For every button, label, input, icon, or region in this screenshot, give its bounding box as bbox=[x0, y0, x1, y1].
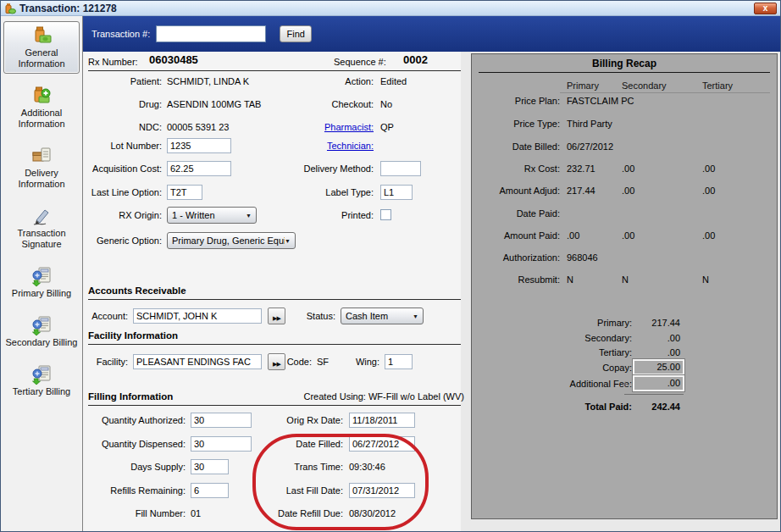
divider bbox=[88, 405, 461, 406]
additional-fee-field[interactable]: .00 bbox=[633, 375, 684, 391]
billing-row-amount-paid: Amount Paid: .00 .00 .00 bbox=[472, 228, 777, 243]
secondary-value: .00 bbox=[622, 228, 634, 243]
last-line-option-input[interactable] bbox=[167, 185, 202, 200]
acquisition-cost-row: Acquisition Cost: Delivery Method: bbox=[88, 160, 463, 177]
rx-origin-value: 1 - Written bbox=[172, 207, 215, 224]
status-value: Cash Item bbox=[346, 308, 388, 324]
action-label: Action: bbox=[283, 73, 374, 90]
lot-number-input[interactable] bbox=[167, 138, 231, 153]
last-line-option-label: Last Line Option: bbox=[88, 184, 162, 201]
refills-remaining-label: Refills Remaining: bbox=[88, 482, 186, 499]
search-bar: Transaction #: Find bbox=[83, 16, 780, 52]
generic-option-row: Generic Option: Primary Drug, Generic Eq… bbox=[88, 232, 463, 249]
quantity-dispensed-label: Quantity Dispensed: bbox=[88, 435, 186, 452]
transaction-number-input[interactable] bbox=[156, 25, 266, 42]
pharmacist-link[interactable]: Pharmacist: bbox=[283, 119, 374, 136]
primary-value: 968046 bbox=[567, 250, 598, 265]
billing-row-resubmit: Resubmit: N N N bbox=[472, 272, 777, 287]
summary-copay-row: Copay: 25.00 bbox=[472, 360, 777, 375]
transaction-window: Transaction: 121278 General Information … bbox=[0, 0, 781, 532]
primary-value: FASTCLAIM PC bbox=[567, 93, 634, 108]
created-using-text: Created Using: WF-Fill w/o Label (WV) bbox=[304, 391, 465, 402]
status-label: Status: bbox=[291, 308, 335, 324]
sidebar-item-general-information[interactable]: General Information bbox=[3, 21, 80, 74]
sidebar-item-label: General Information bbox=[5, 47, 78, 69]
quantity-dispensed-input[interactable] bbox=[191, 436, 252, 452]
account-input[interactable] bbox=[133, 308, 262, 324]
lot-number-row: Lot Number: Technician: bbox=[88, 137, 463, 154]
sidebar-item-label: Delivery Information bbox=[5, 168, 78, 190]
rx-origin-dropdown[interactable]: 1 - Written bbox=[167, 207, 257, 224]
rx-number-value: 06030485 bbox=[149, 52, 198, 69]
quantity-authorized-input[interactable] bbox=[191, 413, 252, 428]
divider bbox=[479, 72, 770, 73]
label-type-input[interactable] bbox=[380, 185, 413, 200]
find-button[interactable]: Find bbox=[280, 25, 312, 42]
summary-primary-value: 217.44 bbox=[599, 315, 680, 330]
days-supply-input[interactable] bbox=[191, 459, 229, 474]
quantity-dispensed-row: Quantity Dispensed: Date Filled: bbox=[88, 435, 463, 452]
patient-label: Patient: bbox=[88, 73, 162, 90]
sidebar-item-additional-information[interactable]: Additional Information bbox=[3, 81, 80, 134]
summary-secondary-row: Secondary: .00 bbox=[472, 330, 777, 346]
pill-bottle-cash-icon bbox=[30, 25, 53, 47]
billing-row-price-type: Price Type: Third Party bbox=[472, 116, 777, 131]
generic-option-label: Generic Option: bbox=[88, 232, 162, 249]
pharmacist-value: QP bbox=[380, 119, 394, 136]
drug-label: Drug: bbox=[88, 96, 162, 113]
summary-total-paid-row: Total Paid: 242.44 bbox=[472, 399, 777, 414]
orig-rx-date-input[interactable] bbox=[349, 413, 415, 428]
secondary-value: .00 bbox=[622, 183, 634, 198]
status-dropdown[interactable]: Cash Item bbox=[341, 308, 424, 324]
days-supply-row: Days Supply: Trans Time: 09:30:46 bbox=[88, 458, 463, 475]
printed-checkbox[interactable] bbox=[380, 209, 391, 220]
account-lookup-button[interactable] bbox=[268, 308, 285, 324]
billing-clipboard-icon bbox=[30, 265, 53, 287]
refills-remaining-input[interactable] bbox=[191, 483, 229, 498]
action-value: Edited bbox=[380, 73, 407, 90]
sidebar-item-tertiary-billing[interactable]: Tertiary Billing bbox=[3, 360, 80, 402]
wing-label: Wing: bbox=[351, 353, 379, 370]
row-label: Date Paid: bbox=[472, 206, 560, 221]
sequence-value: 0002 bbox=[403, 52, 428, 69]
close-button[interactable] bbox=[754, 3, 777, 14]
billing-row-date-paid: Date Paid: bbox=[472, 206, 777, 221]
sidebar-item-delivery-information[interactable]: Delivery Information bbox=[3, 141, 80, 194]
billing-recap-panel: Billing Recap Primary Secondary Tertiary… bbox=[471, 53, 778, 519]
wing-input[interactable] bbox=[385, 354, 413, 369]
billing-clipboard-icon bbox=[30, 363, 53, 385]
rx-origin-row: RX Origin: 1 - Written Printed: bbox=[88, 207, 463, 224]
sidebar-item-primary-billing[interactable]: Primary Billing bbox=[3, 262, 80, 303]
sidebar-item-label: Additional Information bbox=[5, 108, 78, 130]
sidebar-item-secondary-billing[interactable]: Secondary Billing bbox=[3, 311, 80, 352]
plus-sign: + bbox=[623, 376, 628, 391]
accounts-receivable-heading: Accounts Receivable bbox=[88, 285, 186, 296]
summary-primary-row: Primary: 217.44 bbox=[472, 315, 777, 330]
acquisition-cost-input[interactable] bbox=[167, 161, 231, 176]
date-filled-input[interactable] bbox=[349, 436, 415, 452]
pill-bottle-cash-icon bbox=[4, 3, 16, 14]
code-label: Code: bbox=[283, 353, 312, 370]
last-fill-date-input[interactable] bbox=[349, 483, 415, 498]
generic-option-dropdown[interactable]: Primary Drug, Generic Equiv bbox=[167, 232, 296, 249]
window-title: Transaction: 121278 bbox=[19, 3, 117, 14]
quantity-authorized-row: Quantity Authorized: Orig Rx Date: bbox=[88, 412, 463, 429]
facility-input[interactable] bbox=[133, 354, 262, 369]
rx-number-label: Rx Number: bbox=[88, 53, 138, 70]
technician-link[interactable]: Technician: bbox=[283, 137, 374, 154]
date-refill-due-label: Date Refill Due: bbox=[258, 505, 343, 522]
tertiary-value: .00 bbox=[702, 183, 715, 198]
checkout-label: Checkout: bbox=[283, 96, 374, 113]
secondary-value: .00 bbox=[622, 161, 634, 176]
last-line-option-row: Last Line Option: Label Type: bbox=[88, 184, 463, 201]
chevron-down-icon bbox=[413, 307, 418, 325]
copay-field[interactable]: 25.00 bbox=[633, 359, 684, 375]
facility-information-heading: Facility Information bbox=[88, 330, 178, 341]
chevron-down-icon bbox=[285, 231, 291, 250]
generic-option-value: Primary Drug, Generic Equiv bbox=[172, 232, 285, 249]
primary-column-header: Primary bbox=[567, 80, 599, 91]
delivery-method-input[interactable] bbox=[380, 161, 421, 176]
sidebar: General Information Additional Informati… bbox=[1, 16, 83, 531]
primary-value: Third Party bbox=[567, 116, 612, 131]
sidebar-item-transaction-signature[interactable]: Transaction Signature bbox=[3, 202, 80, 254]
